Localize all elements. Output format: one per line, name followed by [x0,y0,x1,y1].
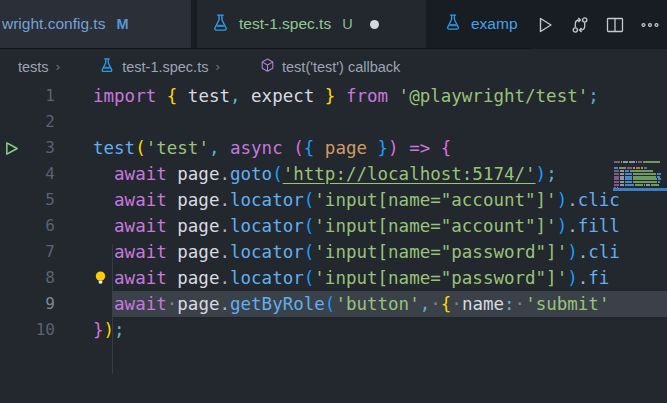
token: page [177,164,219,184]
code-line-4[interactable]: 4 await page.goto('http://localhost:5174… [0,161,667,187]
token: { [441,138,452,158]
token: . [219,164,230,184]
token: '@playwright/test' [399,86,589,106]
code-line-3[interactable]: 3test('test', async ({ page }) => { [0,135,667,161]
token: ; [588,86,599,106]
code-line-10[interactable]: 10}); [0,317,667,343]
minimap-slider-edge [613,188,667,191]
token: cli [588,242,620,262]
token: locator [230,190,304,210]
code-text: await·page.getByRole('button',·{·name:·'… [93,291,609,317]
token: ( [325,294,336,314]
open-changes-icon[interactable] [567,12,593,38]
code-line-6[interactable]: 6 await page.locator('input[name="accoun… [0,213,667,239]
editor-actions-toolbar [532,0,667,49]
token: page [314,138,377,158]
token: . [219,190,230,210]
code-text: await page.locator('input[name="password… [93,239,620,265]
code-text: }); [93,317,125,343]
line-number: 8 [0,265,55,291]
token: await [114,190,177,210]
tab-label: wright.config.ts [2,15,105,33]
token: => [409,138,430,158]
token: { [167,86,178,106]
token: · [430,294,441,314]
line-number: 2 [0,109,55,135]
minimap-row [614,176,661,178]
split-editor-icon[interactable] [602,12,628,38]
token [93,190,114,210]
token: ) [536,164,547,184]
token: page [177,294,219,314]
breadcrumb-label: tests [18,59,49,75]
token: ( [304,242,315,262]
minimap-row [614,173,662,175]
code-line-5[interactable]: 5 await page.locator('input[name="accoun… [0,187,667,213]
token: locator [230,216,304,236]
code-editor[interactable]: 1import { test, expect } from '@playwrig… [0,83,667,403]
token: ) [567,242,578,262]
minimap-row [614,178,662,180]
tab-label: test-1.spec.ts [239,15,331,33]
token: . [567,216,578,236]
token: await [114,164,177,184]
code-line-2[interactable]: 2 [0,109,667,135]
minimap[interactable] [613,161,667,195]
token [93,242,114,262]
token: , [230,86,241,106]
token: from [335,86,398,106]
token: 'input[name="password"]' [314,268,567,288]
token: : [504,294,515,314]
token: ( [304,268,315,288]
playwright-flask-icon [444,13,462,35]
minimap-row [614,181,661,183]
code-text: await page.locator('input[name="account"… [93,187,620,213]
code-text: await page.locator('input[name="password… [93,265,609,291]
token: . [219,294,230,314]
code-line-9[interactable]: 9 await·page.getByRole('button',·{·name:… [0,291,667,317]
minimap-row [614,184,660,186]
token: 'input[name="password"]' [314,242,567,262]
token: 'input[name="account"]' [314,190,556,210]
token: · [167,294,178,314]
breadcrumb-label: test-1.spec.ts [122,59,208,75]
chevron-right-icon: › [56,59,60,74]
vscode-editor-window: wright.config.ts M test-1.spec.ts U exam… [0,0,667,403]
token: ( [135,138,146,158]
code-line-1[interactable]: 1import { test, expect } from '@playwrig… [0,83,667,109]
token: , [209,138,220,158]
token: goto [230,164,272,184]
token: page [177,268,219,288]
token: . [219,268,230,288]
token: page [177,190,219,210]
playwright-flask-icon [211,13,230,36]
unsaved-changes-dot[interactable] [370,20,379,29]
token: expect [241,86,325,106]
line-number: 6 [0,213,55,239]
more-actions-icon[interactable] [637,12,663,38]
run-test-gutter-icon[interactable] [4,135,22,161]
line-number: 7 [0,239,55,265]
tab-example-spec[interactable]: examp [432,0,528,48]
token: · [451,294,462,314]
token [430,138,441,158]
breadcrumb-item-tests[interactable]: tests [18,59,49,75]
token: ) [104,320,115,340]
code-text: await page.locator('input[name="account"… [93,213,620,239]
code-line-8[interactable]: 8 await page.locator('input[name="passwo… [0,265,667,291]
token: . [578,242,589,262]
code-line-7[interactable]: 7 await page.locator('input[name="passwo… [0,239,667,265]
token: fill [578,216,620,236]
token [93,216,114,236]
run-test-icon[interactable] [532,12,558,38]
tab-label: examp [471,15,518,33]
line-number: 4 [0,161,55,187]
token: import [93,86,167,106]
token: . [219,216,230,236]
token: page [177,216,219,236]
token: . [578,268,589,288]
token: ) [557,190,568,210]
token: test [177,86,230,106]
token: . [567,190,578,210]
token: 'http://localhost:5174/' [283,164,536,184]
